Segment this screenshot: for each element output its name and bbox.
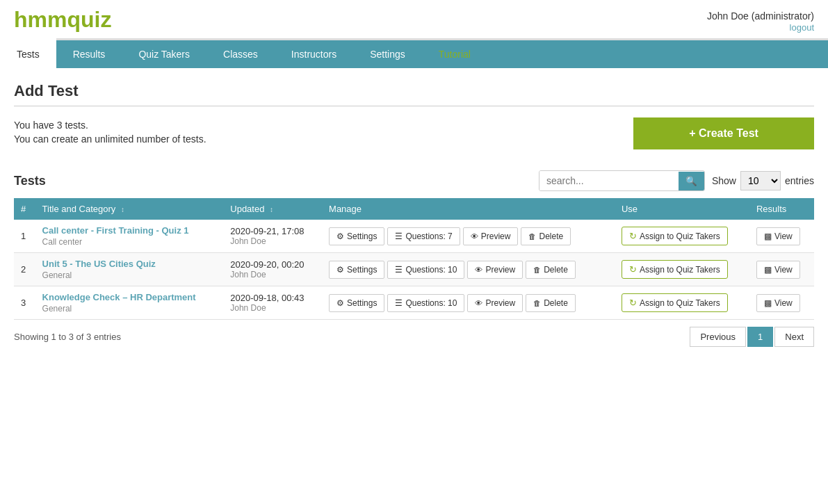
info-section: You have 3 tests. You can create an unli… [14, 117, 814, 149]
main-nav: Tests Results Quiz Takers Classes Instru… [0, 38, 828, 68]
refresh-icon: ↻ [629, 264, 637, 275]
entries-label: entries [785, 175, 814, 186]
tests-table-title: Tests [14, 174, 46, 188]
search-input[interactable] [539, 171, 679, 190]
nav-item-instructors[interactable]: Instructors [275, 40, 353, 68]
title-divider [14, 106, 814, 106]
user-name: John Doe (administrator) [707, 10, 814, 22]
row-number: 1 [14, 220, 35, 253]
updated-user: John Doe [230, 270, 315, 279]
test-title-link[interactable]: Call center - First Training - Quiz 1 [42, 225, 189, 236]
test-category: General [42, 304, 217, 314]
entries-select[interactable]: 10 25 50 100 [740, 171, 781, 190]
sort-arrows-updated: ↕ [270, 206, 273, 213]
search-icon: 🔍 [685, 176, 697, 186]
row-results-cell: ▩ View [749, 286, 814, 320]
next-button[interactable]: Next [774, 327, 814, 347]
col-title[interactable]: Title and Category ↕ [35, 198, 224, 220]
settings-button[interactable]: Settings [329, 261, 384, 279]
table-row: 3 Knowledge Check – HR Department Genera… [14, 286, 814, 320]
updated-date: 2020-09-21, 17:08 [230, 226, 315, 236]
nav-item-classes[interactable]: Classes [206, 40, 275, 68]
updated-date: 2020-09-18, 00:43 [230, 293, 315, 303]
row-use-cell: ↻ Assign to Quiz Takers [615, 253, 749, 286]
questions-button[interactable]: Questions: 10 [387, 294, 464, 312]
info-line2: You can create an unlimited number of te… [14, 133, 206, 145]
search-button[interactable]: 🔍 [679, 172, 704, 190]
col-number: # [14, 198, 35, 220]
col-updated[interactable]: Updated ↕ [223, 198, 322, 220]
table-row: 1 Call center - First Training - Quiz 1 … [14, 220, 814, 253]
header: hmmquiz John Doe (administrator) logout [0, 0, 828, 33]
gear-icon [336, 231, 344, 241]
nav-item-quiz-takers[interactable]: Quiz Takers [122, 40, 206, 68]
eye-icon [475, 298, 482, 308]
table-header-row: Tests 🔍 Show 10 25 50 100 entr [14, 170, 814, 191]
main-content: Add Test You have 3 tests. You can creat… [0, 68, 828, 361]
row-manage-cell: Settings Questions: 10 Preview Delete [322, 253, 615, 286]
assign-button[interactable]: ↻ Assign to Quiz Takers [622, 293, 728, 312]
preview-button[interactable]: Preview [463, 227, 519, 245]
delete-button[interactable]: Delete [521, 227, 571, 245]
search-wrapper: 🔍 [539, 170, 705, 191]
view-button[interactable]: ▩ View [756, 294, 800, 312]
row-results-cell: ▩ View [749, 220, 814, 253]
manage-btn-group: Settings Questions: 10 Preview Delete [329, 294, 608, 312]
row-title-cell: Call center - First Training - Quiz 1 Ca… [35, 220, 224, 253]
row-results-cell: ▩ View [749, 253, 814, 286]
table-controls: 🔍 Show 10 25 50 100 entries [539, 170, 814, 191]
info-text: You have 3 tests. You can create an unli… [14, 120, 206, 147]
row-number: 2 [14, 253, 35, 286]
nav-item-tutorial[interactable]: Tutorial [422, 40, 487, 68]
test-title-link[interactable]: Knowledge Check – HR Department [42, 292, 196, 302]
bar-chart-icon: ▩ [764, 265, 772, 275]
nav-item-results[interactable]: Results [56, 40, 122, 68]
list-icon [395, 298, 403, 308]
preview-button[interactable]: Preview [467, 294, 523, 312]
bar-chart-icon: ▩ [764, 298, 772, 308]
list-icon [395, 265, 403, 275]
table-row: 2 Unit 5 - The US Cities Quiz General 20… [14, 253, 814, 286]
test-title-link[interactable]: Unit 5 - The US Cities Quiz [42, 259, 156, 269]
eye-icon [475, 265, 482, 275]
page-title: Add Test [14, 82, 814, 100]
assign-button[interactable]: ↻ Assign to Quiz Takers [622, 227, 728, 245]
manage-btn-group: Settings Questions: 10 Preview Delete [329, 261, 608, 279]
questions-button[interactable]: Questions: 10 [387, 261, 464, 279]
row-updated-cell: 2020-09-21, 17:08 John Doe [223, 220, 322, 253]
delete-button[interactable]: Delete [526, 261, 576, 279]
delete-button[interactable]: Delete [526, 294, 576, 312]
previous-button[interactable]: Previous [690, 327, 746, 347]
bar-chart-icon: ▩ [764, 231, 772, 241]
view-button[interactable]: ▩ View [756, 261, 800, 279]
col-manage: Manage [322, 198, 615, 220]
row-manage-cell: Settings Questions: 10 Preview Delete [322, 286, 615, 320]
table-footer: Showing 1 to 3 of 3 entries Previous 1 N… [14, 327, 814, 347]
trash-icon [533, 298, 541, 308]
create-test-button[interactable]: + Create Test [633, 117, 814, 149]
user-info: John Doe (administrator) logout [707, 7, 814, 33]
row-updated-cell: 2020-09-18, 00:43 John Doe [223, 286, 322, 320]
settings-button[interactable]: Settings [329, 227, 384, 245]
row-manage-cell: Settings Questions: 7 Preview Delete [322, 220, 615, 253]
preview-button[interactable]: Preview [467, 261, 523, 279]
trash-icon [528, 231, 536, 241]
updated-user: John Doe [230, 236, 315, 246]
logout-link[interactable]: logout [790, 22, 814, 33]
assign-button[interactable]: ↻ Assign to Quiz Takers [622, 260, 728, 279]
settings-button[interactable]: Settings [329, 294, 384, 312]
tests-table: # Title and Category ↕ Updated ↕ Manage … [14, 198, 814, 320]
page-1-button[interactable]: 1 [747, 327, 773, 347]
pagination: Previous 1 Next [690, 327, 814, 347]
show-label: Show [712, 175, 736, 186]
nav-item-tests[interactable]: Tests [0, 38, 56, 68]
questions-button[interactable]: Questions: 7 [387, 227, 460, 245]
nav-item-settings[interactable]: Settings [353, 40, 422, 68]
logo: hmmquiz [14, 7, 111, 33]
row-title-cell: Knowledge Check – HR Department General [35, 286, 224, 320]
test-category: Call center [42, 237, 217, 247]
gear-icon [336, 298, 344, 308]
row-title-cell: Unit 5 - The US Cities Quiz General [35, 253, 224, 286]
view-button[interactable]: ▩ View [756, 227, 800, 245]
row-updated-cell: 2020-09-20, 00:20 John Doe [223, 253, 322, 286]
